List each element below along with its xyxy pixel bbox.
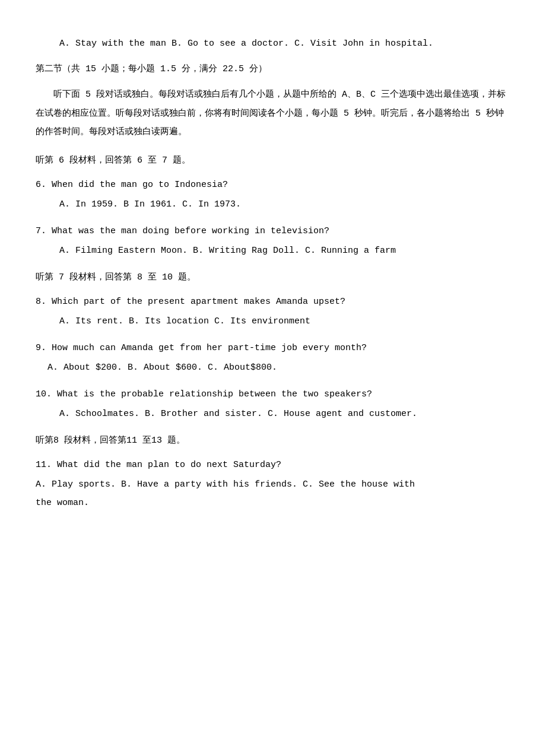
q9-question: 9. How much can Amanda get from her part… [36, 340, 510, 356]
q9-block: 9. How much can Amanda get from her part… [36, 340, 510, 376]
instruction-block: 听下面 5 段对话或独白。每段对话或独白后有几个小题，从题中所给的 A、B、C … [36, 85, 510, 142]
q5-options-line: A. Stay with the man B. Go to see a doct… [59, 36, 510, 52]
q7-block: 7. What was the man doing before working… [36, 223, 510, 259]
q11-options-line2: the woman. [36, 495, 510, 511]
q9-options: A. About $200. B. About $600. C. About$8… [47, 360, 510, 376]
q7-question: 7. What was the man doing before working… [36, 223, 510, 239]
q6-options: A. In 1959. B In 1961. C. In 1973. [59, 196, 510, 212]
q6-question: 6. When did the man go to Indonesia? [36, 177, 510, 193]
passage8-title: 听第8 段材料，回答第11 至13 题。 [36, 433, 510, 449]
q8-options: A. Its rent. B. Its location C. Its envi… [59, 313, 510, 329]
passage7-title: 听第 7 段材料，回答第 8 至 10 题。 [36, 269, 510, 285]
instruction-text: 听下面 5 段对话或独白。每段对话或独白后有几个小题，从题中所给的 A、B、C … [36, 90, 506, 137]
page-content: A. Stay with the man B. Go to see a doct… [36, 36, 510, 511]
q6-block: 6. When did the man go to Indonesia? A. … [36, 177, 510, 212]
q5-options-text: A. Stay with the man B. Go to see a doct… [59, 39, 433, 49]
q10-block: 10. What is the probable relationship be… [36, 386, 510, 422]
passage6-title: 听第 6 段材料，回答第 6 至 7 题。 [36, 153, 510, 169]
q11-block: 11. What did the man plan to do next Sat… [36, 457, 510, 511]
q8-block: 8. Which part of the present apartment m… [36, 294, 510, 329]
q7-options: A. Filming Eastern Moon. B. Writing Rag … [59, 243, 510, 259]
section2-title: 第二节（共 15 小题；每小题 1.5 分，满分 22.5 分） [36, 61, 510, 77]
q8-question: 8. Which part of the present apartment m… [36, 294, 510, 310]
q10-question: 10. What is the probable relationship be… [36, 386, 510, 402]
q10-options: A. Schoolmates. B. Brother and sister. C… [59, 406, 510, 422]
q11-options-line1: A. Play sports. B. Have a party with his… [36, 477, 510, 493]
q11-question: 11. What did the man plan to do next Sat… [36, 457, 510, 473]
